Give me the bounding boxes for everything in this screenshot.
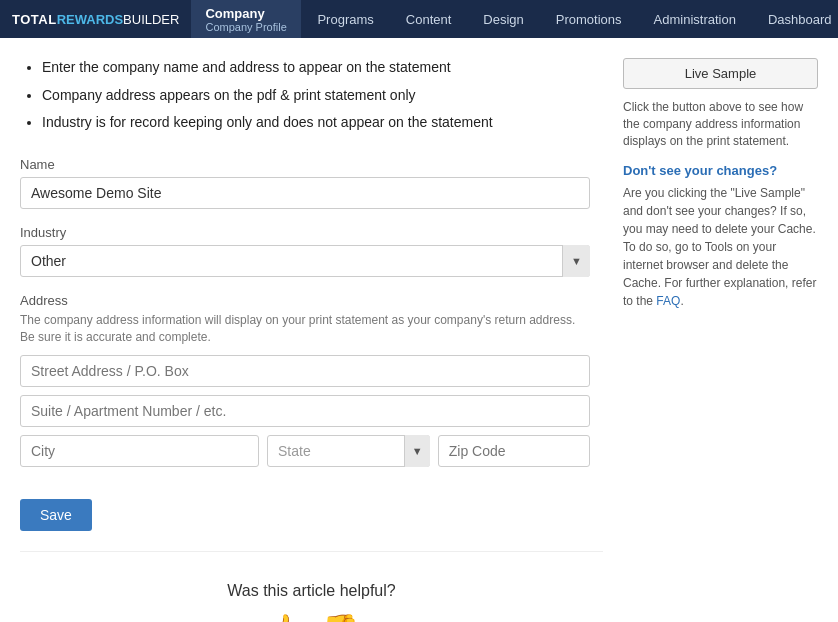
faq-period: . <box>680 294 683 308</box>
navbar: TOTALREWARDS BUILDER Company Company Pro… <box>0 0 838 38</box>
nav-content[interactable]: Content <box>390 0 468 38</box>
main-content: Enter the company name and address to ap… <box>0 38 838 622</box>
zip-input[interactable] <box>438 435 590 467</box>
address-group: Address The company address information … <box>20 293 603 468</box>
article-helpful-title: Was this article helpful? <box>20 582 603 600</box>
article-helpful-section: Was this article helpful? 👍 👎 <box>20 551 603 622</box>
brand-total: TOTAL <box>12 12 57 27</box>
nav-links: Programs Content Design Promotions Admin… <box>301 0 838 38</box>
nav-design[interactable]: Design <box>467 0 539 38</box>
instruction-2: Company address appears on the pdf & pri… <box>42 86 603 106</box>
name-input[interactable] <box>20 177 590 209</box>
industry-select[interactable]: Other Technology Finance Healthcare Reta… <box>20 245 590 277</box>
nav-company-subtitle: Company Profile <box>205 21 287 33</box>
industry-group: Industry Other Technology Finance Health… <box>20 225 603 277</box>
instruction-3: Industry is for record keeping only and … <box>42 113 603 133</box>
live-sample-button[interactable]: Live Sample <box>623 58 818 89</box>
live-sample-note: Click the button above to see how the co… <box>623 99 818 149</box>
address-label: Address <box>20 293 603 308</box>
brand-builder: BUILDER <box>123 12 179 27</box>
brand-logo[interactable]: TOTALREWARDS BUILDER <box>0 0 191 38</box>
state-select-wrapper: State AL CA NY TX ▼ <box>267 435 430 467</box>
thumbs-down-icon[interactable]: 👎 <box>322 612 359 622</box>
state-select[interactable]: State AL CA NY TX <box>267 435 430 467</box>
helpful-icons: 👍 👎 <box>20 612 603 622</box>
address-note: The company address information will dis… <box>20 312 590 346</box>
city-input[interactable] <box>20 435 259 467</box>
name-group: Name <box>20 157 603 209</box>
city-state-zip-row: State AL CA NY TX ▼ <box>20 435 590 467</box>
left-panel: Enter the company name and address to ap… <box>20 58 603 622</box>
name-label: Name <box>20 157 603 172</box>
right-panel: Live Sample Click the button above to se… <box>623 58 818 622</box>
street-address-input[interactable] <box>20 355 590 387</box>
industry-label: Industry <box>20 225 603 240</box>
nav-company-title: Company <box>205 6 287 21</box>
nav-promotions[interactable]: Promotions <box>540 0 638 38</box>
brand-rewards: REWARDS <box>57 12 123 27</box>
save-button[interactable]: Save <box>20 499 92 531</box>
instructions-list: Enter the company name and address to ap… <box>20 58 603 133</box>
suite-input[interactable] <box>20 395 590 427</box>
nav-dashboard[interactable]: Dashboard <box>752 0 838 38</box>
dont-see-body: Are you clicking the "Live Sample" and d… <box>623 186 816 308</box>
nav-programs[interactable]: Programs <box>301 0 389 38</box>
nav-administration[interactable]: Administration <box>638 0 752 38</box>
dont-see-title: Don't see your changes? <box>623 163 818 178</box>
nav-company-section: Company Company Profile <box>191 0 301 38</box>
thumbs-up-icon[interactable]: 👍 <box>265 612 302 622</box>
faq-link[interactable]: FAQ <box>656 294 680 308</box>
instruction-1: Enter the company name and address to ap… <box>42 58 603 78</box>
dont-see-text: Are you clicking the "Live Sample" and d… <box>623 184 818 310</box>
industry-select-wrapper: Other Technology Finance Healthcare Reta… <box>20 245 590 277</box>
